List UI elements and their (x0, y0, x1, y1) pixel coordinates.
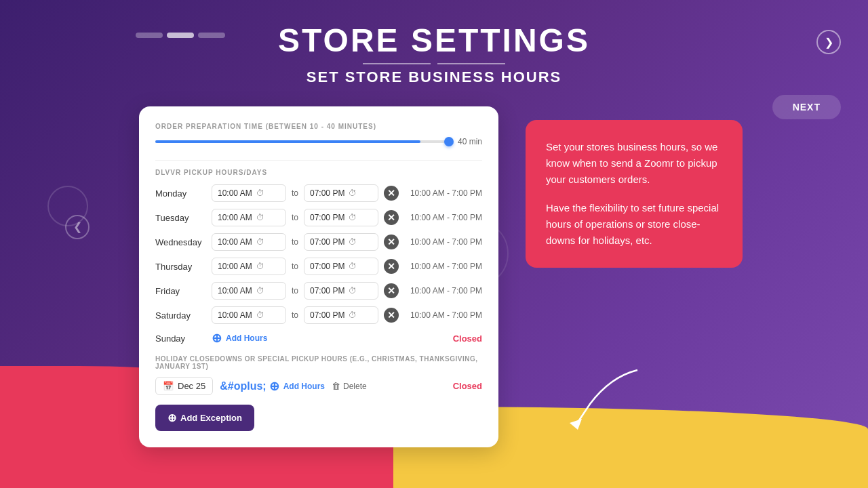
info-para-2: Have the flexibility to set future speci… (546, 200, 722, 249)
close-time-text: 07:00 PM (310, 213, 344, 222)
day-row: Tuesday 10:00 AM ⏱ to 07:00 PM ⏱ ✕ 10:00… (155, 209, 482, 226)
nav-dot-2 (167, 33, 194, 38)
holiday-row: 📅 Dec 25 &#oplus; ⊕ Add Hours 🗑 Delete C… (155, 377, 482, 395)
divider-line-left (363, 63, 431, 64)
close-time-text: 07:00 PM (310, 237, 344, 247)
info-card: Set your stores business hours, so we kn… (526, 120, 743, 268)
slider-thumb[interactable] (444, 137, 454, 146)
open-time-input[interactable]: 10:00 AM ⏱ (212, 306, 286, 324)
clock-icon-2: ⏱ (349, 310, 357, 320)
open-time-text: 10:00 AM (218, 310, 252, 320)
remove-day-button[interactable]: ✕ (384, 308, 399, 323)
clock-icon: ⏱ (256, 237, 264, 247)
holiday-date: Dec 25 (178, 381, 205, 391)
hours-summary: 10:00 AM - 7:00 PM (410, 310, 482, 320)
page-title: STORE SETTINGS (0, 22, 868, 59)
plus-icon: ⊕ (212, 331, 222, 346)
page-subtitle: SET STORE BUSINESS HOURS (0, 68, 868, 86)
remove-day-button[interactable]: ✕ (384, 283, 399, 298)
remove-icon: ✕ (387, 286, 395, 296)
close-time-text: 07:00 PM (310, 188, 344, 198)
clock-icon: ⏱ (256, 310, 264, 320)
close-time-input[interactable]: 07:00 PM ⏱ (304, 209, 378, 226)
close-time-input[interactable]: 07:00 PM ⏱ (304, 184, 378, 202)
nav-dot-3 (198, 33, 225, 38)
clock-icon-2: ⏱ (349, 286, 357, 296)
add-hours-button[interactable]: ⊕ Add Hours (212, 331, 267, 346)
arrow-svg (570, 363, 651, 431)
remove-day-button[interactable]: ✕ (384, 210, 399, 225)
svg-marker-0 (570, 419, 582, 430)
holiday-add-hours-label: Add Hours (283, 382, 325, 391)
nav-arrow-right[interactable]: ❯ (816, 30, 841, 54)
clock-icon-2: ⏱ (349, 188, 357, 198)
clock-icon: ⏱ (256, 188, 264, 198)
date-badge[interactable]: 📅 Dec 25 (155, 377, 213, 395)
add-hours-label: Add Hours (226, 333, 267, 343)
day-name: Tuesday (155, 213, 206, 223)
close-time-text: 07:00 PM (310, 286, 344, 296)
close-time-input[interactable]: 07:00 PM ⏱ (304, 282, 378, 300)
settings-card: ORDER PREPARATION TIME (BETWEEN 10 - 40 … (139, 106, 498, 447)
closed-label: Closed (453, 333, 482, 344)
delete-button[interactable]: 🗑 Delete (332, 381, 367, 391)
slider-value: 40 min (458, 137, 482, 146)
clock-icon-2: ⏱ (349, 213, 357, 222)
close-time-input[interactable]: 07:00 PM ⏱ (304, 233, 378, 251)
day-row: Saturday 10:00 AM ⏱ to 07:00 PM ⏱ ✕ 10:0… (155, 306, 482, 324)
main-content: ORDER PREPARATION TIME (BETWEEN 10 - 40 … (0, 93, 868, 447)
holiday-add-hours-button[interactable]: &#oplus; ⊕ Add Hours (220, 379, 325, 394)
hours-summary: 10:00 AM - 7:00 PM (410, 286, 482, 296)
plus-symbol: ⊕ (269, 379, 279, 394)
day-row: Wednesday 10:00 AM ⏱ to 07:00 PM ⏱ ✕ 10:… (155, 233, 482, 251)
prep-section-label: ORDER PREPARATION TIME (BETWEEN 10 - 40 … (155, 123, 482, 130)
day-name: Monday (155, 188, 206, 199)
open-time-input[interactable]: 10:00 AM ⏱ (212, 282, 286, 300)
clock-icon-2: ⏱ (349, 262, 357, 271)
remove-day-button[interactable]: ✕ (384, 235, 399, 249)
open-time-input[interactable]: 10:00 AM ⏱ (212, 184, 286, 202)
close-time-text: 07:00 PM (310, 310, 344, 320)
slider-track[interactable] (155, 140, 450, 143)
day-name: Sunday (155, 333, 206, 344)
plus-circle-icon: ⊕ (167, 411, 176, 424)
slider-container: 40 min (155, 137, 482, 146)
day-row: Thursday 10:00 AM ⏱ to 07:00 PM ⏱ ✕ 10:0… (155, 258, 482, 275)
day-name: Friday (155, 286, 206, 296)
hours-summary: 10:00 AM - 7:00 PM (410, 213, 482, 222)
add-exception-button[interactable]: ⊕ Add Exception (155, 405, 254, 431)
to-label: to (292, 286, 298, 296)
close-time-input[interactable]: 07:00 PM ⏱ (304, 306, 378, 324)
day-name: Wednesday (155, 237, 206, 247)
open-time-input[interactable]: 10:00 AM ⏱ (212, 258, 286, 275)
info-para-1: Set your stores business hours, so we kn… (546, 139, 722, 188)
open-time-text: 10:00 AM (218, 188, 252, 198)
clock-icon: ⏱ (256, 262, 264, 271)
close-time-text: 07:00 PM (310, 262, 344, 271)
remove-icon: ✕ (387, 188, 395, 198)
hours-summary: 10:00 AM - 7:00 PM (410, 188, 482, 198)
divider-line-right (437, 63, 505, 64)
close-time-input[interactable]: 07:00 PM ⏱ (304, 258, 378, 275)
hours-summary: 10:00 AM - 7:00 PM (410, 262, 482, 271)
open-time-text: 10:00 AM (218, 262, 252, 271)
nav-dot-1 (136, 33, 163, 38)
header-divider (0, 63, 868, 64)
to-label: to (292, 213, 298, 222)
open-time-input[interactable]: 10:00 AM ⏱ (212, 233, 286, 251)
header: ❯ STORE SETTINGS SET STORE BUSINESS HOUR… (0, 0, 868, 86)
remove-day-button[interactable]: ✕ (384, 186, 399, 201)
day-name: Thursday (155, 262, 206, 272)
clock-icon: ⏱ (256, 286, 264, 296)
open-time-input[interactable]: 10:00 AM ⏱ (212, 209, 286, 226)
open-time-text: 10:00 AM (218, 286, 252, 296)
day-row: Sunday ⊕ Add Hours Closed (155, 331, 482, 346)
hours-section-label: DLVVR PICKUP HOURS/DAYS (155, 169, 482, 176)
day-row: Monday 10:00 AM ⏱ to 07:00 PM ⏱ ✕ 10:00 … (155, 184, 482, 202)
open-time-text: 10:00 AM (218, 213, 252, 222)
trash-icon: 🗑 (332, 381, 340, 391)
arrow-container (570, 363, 651, 434)
open-time-text: 10:00 AM (218, 237, 252, 247)
day-row: Friday 10:00 AM ⏱ to 07:00 PM ⏱ ✕ 10:00 … (155, 282, 482, 300)
remove-day-button[interactable]: ✕ (384, 259, 399, 274)
